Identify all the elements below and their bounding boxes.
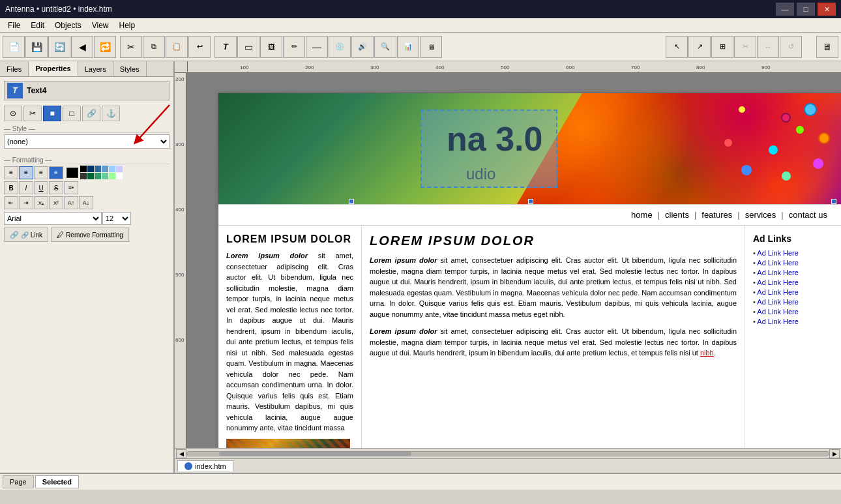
scroll-right-btn[interactable]: ▶ <box>829 449 840 458</box>
ad-link-7[interactable]: Ad Link Here <box>753 308 835 316</box>
tb-crop[interactable]: ⊞ <box>711 36 733 58</box>
border-icon[interactable]: □ <box>63 106 81 121</box>
tab-files[interactable]: Files <box>0 61 29 76</box>
maximize-button[interactable]: □ <box>797 3 815 16</box>
resize-handle-br[interactable] <box>831 199 836 204</box>
canvas-scroll-area[interactable]: 200 300 400 500 600 <box>175 73 841 448</box>
align-left-btn[interactable]: ≡ <box>4 166 18 179</box>
page-tab-index[interactable]: index.htm <box>177 460 233 471</box>
tb-align[interactable]: ↔ <box>757 36 779 58</box>
resize-handle-bottom[interactable] <box>528 199 533 204</box>
link-icon[interactable]: 🔗 <box>82 106 100 121</box>
bold-btn[interactable]: B <box>4 181 18 194</box>
font-size-select[interactable]: 8 10 12 14 16 18 24 <box>102 212 131 225</box>
tb-zoom[interactable]: 🔍 <box>374 36 396 58</box>
tb-rect[interactable]: ▭ <box>237 36 259 58</box>
color-4[interactable] <box>102 166 108 172</box>
tb-forward[interactable]: 🔁 <box>94 36 116 58</box>
list-btn[interactable]: ≡• <box>64 181 78 194</box>
status-tab-page[interactable]: Page <box>3 475 34 488</box>
tab-styles[interactable]: Styles <box>113 61 147 76</box>
tb-image[interactable]: 🖼 <box>260 36 282 58</box>
tb-back[interactable]: ◀ <box>71 36 93 58</box>
tab-properties[interactable]: Properties <box>29 61 78 76</box>
ad-link-5[interactable]: Ad Link Here <box>753 288 835 296</box>
transform-icon[interactable]: ✂ <box>23 106 42 121</box>
nav-services[interactable]: services <box>740 210 782 220</box>
resize-handle-bl[interactable] <box>349 199 354 204</box>
color-2[interactable] <box>87 166 94 172</box>
ad-link-2[interactable]: Ad Link Here <box>753 259 835 267</box>
tb-refresh[interactable]: 🔄 <box>48 36 70 58</box>
align-center-btn[interactable]: ≡ <box>19 166 33 179</box>
fg-color-swatch[interactable] <box>66 168 78 178</box>
superscript-btn[interactable]: X² <box>49 196 63 209</box>
nav-home[interactable]: home <box>626 210 658 220</box>
tb-save[interactable]: 💾 <box>25 36 48 58</box>
italic-btn[interactable]: I <box>19 181 33 194</box>
minimize-button[interactable]: — <box>776 3 794 16</box>
tb-rotate[interactable]: ↺ <box>780 36 802 58</box>
color-3[interactable] <box>95 166 101 172</box>
ad-link-8[interactable]: Ad Link Here <box>753 318 835 325</box>
color-8[interactable] <box>87 173 94 179</box>
menu-view[interactable]: View <box>87 20 114 31</box>
subscript-btn[interactable]: X₂ <box>34 196 48 209</box>
tb-text[interactable]: T <box>214 36 237 58</box>
link-button[interactable]: 🔗 🔗 Link <box>4 228 48 242</box>
tb-audio[interactable]: 🔊 <box>351 36 374 58</box>
align-right-btn[interactable]: ≡ <box>34 166 48 179</box>
selected-text-box[interactable] <box>420 110 557 188</box>
ad-link-6[interactable]: Ad Link Here <box>753 298 835 306</box>
tb-media[interactable]: 💿 <box>329 36 351 58</box>
decrease-font-btn[interactable]: A↓ <box>79 196 93 209</box>
style-icon[interactable]: ■ <box>43 106 61 121</box>
tb-select[interactable]: ↖ <box>666 36 688 58</box>
nav-features[interactable]: features <box>696 210 737 220</box>
color-7[interactable] <box>80 173 87 179</box>
color-12[interactable] <box>116 173 123 179</box>
tb-copy[interactable]: ⧉ <box>143 36 165 58</box>
ad-link-1[interactable]: Ad Link Here <box>753 249 835 257</box>
font-family-select[interactable]: Arial Times New Roman Verdana Georgia <box>4 212 102 225</box>
tb-undo[interactable]: ↩ <box>188 36 211 58</box>
color-11[interactable] <box>109 173 115 179</box>
color-1[interactable] <box>80 166 87 172</box>
menu-edit[interactable]: Edit <box>25 20 50 31</box>
align-justify-btn[interactable]: ≡ <box>49 166 63 179</box>
close-button[interactable]: ✕ <box>818 3 836 16</box>
position-icon[interactable]: ⊙ <box>4 106 22 121</box>
status-tab-selected[interactable]: Selected <box>35 475 79 488</box>
tb-draw[interactable]: ✏ <box>283 36 305 58</box>
tb-paste[interactable]: 📋 <box>166 36 188 58</box>
anchor-icon[interactable]: ⚓ <box>102 106 120 121</box>
nav-contact[interactable]: contact us <box>784 210 833 220</box>
strikethrough-btn[interactable]: S <box>49 181 63 194</box>
increase-font-btn[interactable]: A↑ <box>64 196 78 209</box>
tb-chart[interactable]: 📊 <box>397 36 419 58</box>
ad-link-3[interactable]: Ad Link Here <box>753 269 835 276</box>
ad-link-4[interactable]: Ad Link Here <box>753 278 835 286</box>
tb-new[interactable]: 📄 <box>3 36 25 58</box>
tb-line[interactable]: — <box>306 36 328 58</box>
color-9[interactable] <box>95 173 101 179</box>
tab-layers[interactable]: Layers <box>78 61 113 76</box>
h-scroll-track[interactable] <box>186 451 829 456</box>
remove-formatting-button[interactable]: 🖊 Remove Formatting <box>51 228 129 242</box>
style-dropdown[interactable]: (none) h1 h2 p <box>4 134 170 149</box>
tb-pointer[interactable]: ↗ <box>688 36 711 58</box>
indent-btn[interactable]: ⇤ <box>4 196 18 209</box>
nav-clients[interactable]: clients <box>660 210 694 220</box>
h-scrollbar[interactable]: ◀ ▶ <box>175 448 841 458</box>
menu-file[interactable]: File <box>3 20 25 31</box>
underline-btn[interactable]: U <box>34 181 48 194</box>
tb-monitor[interactable]: 🖥 <box>816 36 838 58</box>
menu-help[interactable]: Help <box>114 20 141 31</box>
outdent-btn[interactable]: ⇥ <box>19 196 33 209</box>
tb-move[interactable]: ✂ <box>734 36 756 58</box>
scroll-left-btn[interactable]: ◀ <box>176 449 186 458</box>
menu-objects[interactable]: Objects <box>50 20 87 31</box>
tb-preview[interactable]: 🖥 <box>420 36 442 58</box>
color-10[interactable] <box>102 173 108 179</box>
tb-cut[interactable]: ✂ <box>120 36 142 58</box>
